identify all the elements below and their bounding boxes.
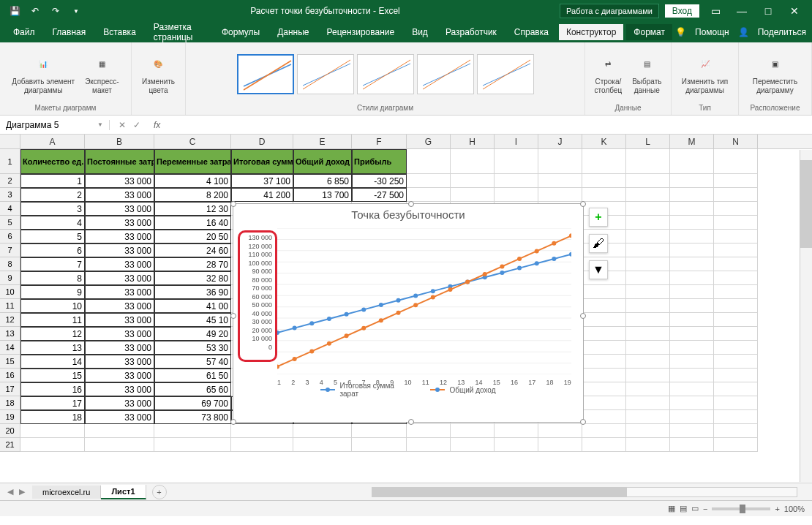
cell[interactable] bbox=[154, 424, 231, 438]
cell[interactable]: Количество ед. товара bbox=[20, 149, 85, 174]
share-icon[interactable]: 👤 bbox=[738, 27, 749, 37]
cell[interactable] bbox=[451, 174, 495, 188]
vertical-scrollbar[interactable] bbox=[800, 150, 812, 482]
cell[interactable] bbox=[626, 410, 670, 424]
cell[interactable]: Прибыль bbox=[352, 149, 407, 174]
cell[interactable] bbox=[626, 299, 670, 313]
cell[interactable]: 14 bbox=[20, 355, 85, 369]
login-button[interactable]: Вход bbox=[665, 4, 699, 18]
menu-file[interactable]: Файл bbox=[6, 24, 42, 40]
sheet-tab-0[interactable]: microexcel.ru bbox=[32, 486, 101, 499]
qat-dropdown-icon[interactable]: ▼ bbox=[69, 4, 83, 18]
cell[interactable] bbox=[582, 410, 626, 424]
row-header-18[interactable]: 18 bbox=[0, 396, 20, 410]
cell[interactable] bbox=[714, 243, 758, 257]
cell[interactable]: Общий доход bbox=[293, 149, 352, 174]
cell[interactable] bbox=[538, 149, 582, 174]
cell[interactable] bbox=[670, 285, 714, 299]
menu-home[interactable]: Главная bbox=[45, 24, 94, 40]
cell[interactable] bbox=[670, 355, 714, 369]
resize-handle[interactable] bbox=[408, 419, 414, 425]
cell[interactable] bbox=[670, 299, 714, 313]
cell[interactable] bbox=[626, 285, 670, 299]
maximize-icon[interactable]: □ bbox=[758, 4, 778, 18]
row-header-3[interactable]: 3 bbox=[0, 188, 20, 202]
resize-handle[interactable] bbox=[580, 419, 586, 425]
cell[interactable] bbox=[626, 438, 670, 452]
cell[interactable] bbox=[670, 243, 714, 257]
cell[interactable] bbox=[495, 149, 538, 174]
zoom-in-icon[interactable]: + bbox=[775, 505, 779, 513]
tell-me-label[interactable]: Помощн bbox=[695, 27, 729, 37]
cell[interactable] bbox=[714, 202, 758, 216]
cell[interactable] bbox=[626, 327, 670, 341]
cell[interactable] bbox=[582, 438, 626, 452]
cell[interactable]: 33 000 bbox=[85, 257, 154, 271]
cell[interactable]: 57 40 bbox=[154, 355, 231, 369]
cell[interactable] bbox=[407, 174, 451, 188]
cell[interactable] bbox=[626, 424, 670, 438]
cell[interactable] bbox=[714, 216, 758, 230]
cell[interactable]: Постоянные затраты bbox=[85, 149, 154, 174]
cell[interactable] bbox=[714, 271, 758, 285]
cell[interactable]: Переменные затраты bbox=[154, 149, 231, 174]
cell[interactable]: 33 000 bbox=[85, 369, 154, 382]
cell[interactable]: 33 000 bbox=[85, 230, 154, 243]
resize-handle[interactable] bbox=[408, 201, 414, 207]
cell[interactable] bbox=[582, 355, 626, 369]
cell[interactable]: 7 bbox=[20, 257, 85, 271]
chart-style-1[interactable] bbox=[237, 54, 294, 94]
accept-formula-icon[interactable]: ✓ bbox=[133, 120, 140, 130]
cell[interactable] bbox=[582, 369, 626, 382]
cell[interactable] bbox=[231, 424, 293, 438]
resize-handle[interactable] bbox=[230, 201, 236, 207]
resize-handle[interactable] bbox=[580, 313, 586, 319]
cell[interactable] bbox=[714, 188, 758, 202]
cell[interactable]: 4 bbox=[20, 216, 85, 230]
cell[interactable]: 10 bbox=[20, 299, 85, 313]
cell[interactable]: 9 bbox=[20, 285, 85, 299]
zoom-level[interactable]: 100% bbox=[784, 505, 805, 513]
chart-elements-button[interactable]: + bbox=[589, 208, 608, 227]
cell[interactable]: 33 000 bbox=[85, 313, 154, 327]
cell[interactable] bbox=[626, 149, 670, 174]
cell[interactable] bbox=[626, 202, 670, 216]
cell[interactable] bbox=[670, 396, 714, 410]
cell[interactable]: 8 200 bbox=[154, 188, 231, 202]
cell[interactable]: 3 bbox=[20, 202, 85, 216]
col-header-H[interactable]: H bbox=[451, 135, 495, 148]
cell[interactable] bbox=[85, 438, 154, 452]
chart-style-2[interactable] bbox=[297, 54, 354, 94]
cell[interactable] bbox=[626, 257, 670, 271]
cell[interactable] bbox=[670, 271, 714, 285]
cell[interactable]: 11 bbox=[20, 313, 85, 327]
cell[interactable]: 33 000 bbox=[85, 341, 154, 355]
col-header-N[interactable]: N bbox=[714, 135, 758, 148]
cell[interactable] bbox=[714, 149, 758, 174]
cell[interactable] bbox=[670, 216, 714, 230]
cell[interactable]: 4 100 bbox=[154, 174, 231, 188]
cell[interactable] bbox=[626, 243, 670, 257]
cell[interactable] bbox=[670, 382, 714, 396]
cell[interactable]: 24 60 bbox=[154, 243, 231, 257]
cell[interactable] bbox=[714, 230, 758, 243]
cell[interactable] bbox=[154, 438, 231, 452]
cell[interactable]: 12 bbox=[20, 327, 85, 341]
cell[interactable] bbox=[626, 341, 670, 355]
cell[interactable] bbox=[582, 382, 626, 396]
cell[interactable] bbox=[670, 327, 714, 341]
cell[interactable] bbox=[407, 424, 451, 438]
cell[interactable] bbox=[582, 396, 626, 410]
cell[interactable]: 33 000 bbox=[85, 299, 154, 313]
cell[interactable] bbox=[451, 424, 495, 438]
minimize-icon[interactable]: ― bbox=[732, 4, 752, 18]
cell[interactable] bbox=[670, 313, 714, 327]
zoom-slider[interactable] bbox=[712, 507, 770, 510]
cell[interactable]: 33 000 bbox=[85, 396, 154, 410]
cell[interactable]: 33 000 bbox=[85, 188, 154, 202]
row-header-4[interactable]: 4 bbox=[0, 202, 20, 216]
cell[interactable]: 53 30 bbox=[154, 341, 231, 355]
col-header-K[interactable]: K bbox=[582, 135, 626, 148]
cell[interactable]: 5 bbox=[20, 230, 85, 243]
chart-style-4[interactable] bbox=[417, 54, 474, 94]
